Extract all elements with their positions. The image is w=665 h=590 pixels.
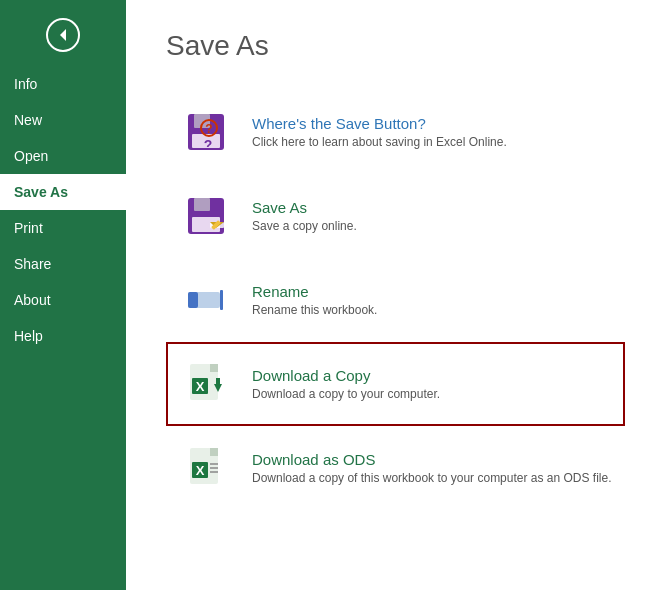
main-content: Save As ? ? Where's the Save Button? Cli…: [126, 0, 665, 590]
sidebar-item-open[interactable]: Open: [0, 138, 126, 174]
option-rename[interactable]: Rename Rename this workbook.: [166, 258, 625, 342]
ods-download-icon: X: [178, 440, 234, 496]
floppy-question-icon: ? ?: [178, 104, 234, 160]
sidebar-item-new[interactable]: New: [0, 102, 126, 138]
sidebar-item-info[interactable]: Info: [0, 66, 126, 102]
page-title: Save As: [166, 30, 625, 62]
sidebar-nav: Info New Open Save As Print Share About …: [0, 66, 126, 590]
sidebar-item-about[interactable]: About: [0, 282, 126, 318]
option-rename-text: Rename Rename this workbook.: [252, 283, 377, 317]
option-save-as-desc: Save a copy online.: [252, 219, 357, 233]
svg-marker-0: [60, 29, 66, 41]
svg-rect-14: [188, 292, 198, 308]
option-wheres-save-desc: Click here to learn about saving in Exce…: [252, 135, 507, 149]
sidebar-item-share[interactable]: Share: [0, 246, 126, 282]
sidebar: Info New Open Save As Print Share About …: [0, 0, 126, 590]
back-button[interactable]: [0, 0, 126, 66]
floppy-pencil-icon: [178, 188, 234, 244]
back-circle-icon[interactable]: [46, 18, 80, 52]
option-download-copy[interactable]: X Download a Copy Download a copy to you…: [166, 342, 625, 426]
sidebar-item-print[interactable]: Print: [0, 210, 126, 246]
option-save-as-text: Save As Save a copy online.: [252, 199, 357, 233]
svg-rect-18: [210, 364, 218, 372]
rename-icon: [178, 272, 234, 328]
svg-text:X: X: [196, 379, 205, 394]
option-rename-title: Rename: [252, 283, 377, 300]
option-wheres-save[interactable]: ? ? Where's the Save Button? Click here …: [166, 90, 625, 174]
option-list: ? ? Where's the Save Button? Click here …: [166, 90, 625, 510]
option-rename-desc: Rename this workbook.: [252, 303, 377, 317]
option-wheres-save-title: Where's the Save Button?: [252, 115, 507, 132]
svg-rect-15: [220, 290, 223, 310]
svg-text:?: ?: [205, 122, 212, 136]
option-download-copy-desc: Download a copy to your computer.: [252, 387, 440, 401]
option-download-ods[interactable]: X Download as ODS Download a copy of thi…: [166, 426, 625, 510]
sidebar-item-help[interactable]: Help: [0, 318, 126, 354]
svg-text:?: ?: [204, 137, 213, 153]
option-download-copy-text: Download a Copy Download a copy to your …: [252, 367, 440, 401]
option-save-as-title: Save As: [252, 199, 357, 216]
option-download-ods-title: Download as ODS: [252, 451, 612, 468]
option-download-copy-title: Download a Copy: [252, 367, 440, 384]
option-save-as[interactable]: Save As Save a copy online.: [166, 174, 625, 258]
option-wheres-save-text: Where's the Save Button? Click here to l…: [252, 115, 507, 149]
svg-rect-25: [210, 448, 218, 456]
svg-rect-8: [194, 198, 210, 211]
option-download-ods-text: Download as ODS Download a copy of this …: [252, 451, 612, 485]
svg-rect-22: [216, 378, 220, 386]
option-download-ods-desc: Download a copy of this workbook to your…: [252, 471, 612, 485]
sidebar-item-save-as[interactable]: Save As: [0, 174, 126, 210]
excel-download-icon: X: [178, 356, 234, 412]
svg-text:X: X: [196, 463, 205, 478]
